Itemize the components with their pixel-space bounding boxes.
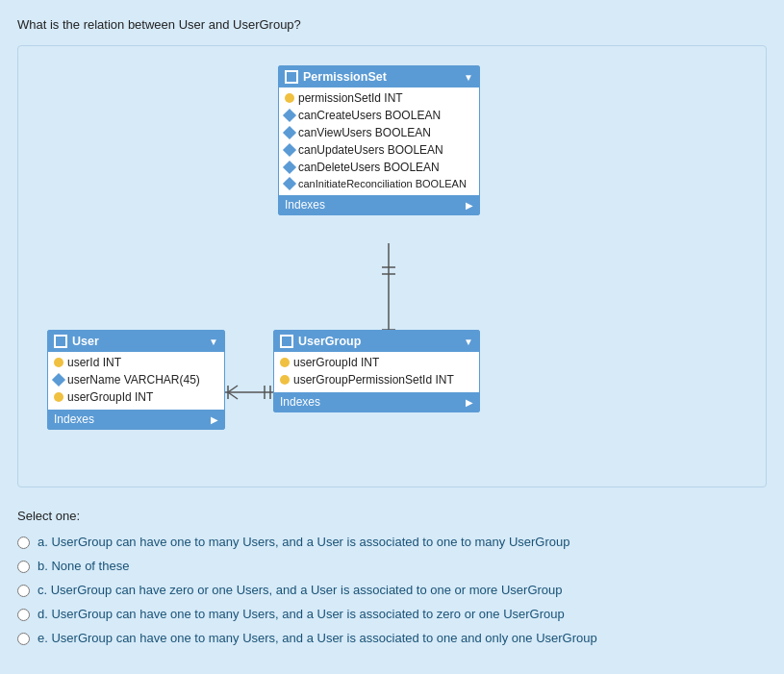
select-label: Select one:	[17, 509, 767, 523]
user-table: User ▼ userId INT userName VARCHAR(45) u…	[47, 330, 225, 430]
field-text: canDeleteUsers BOOLEAN	[298, 161, 440, 174]
key-icon	[285, 93, 294, 103]
table-row: userName VARCHAR(45)	[48, 371, 224, 388]
permission-set-title: PermissionSet	[303, 70, 387, 84]
permission-set-indexes: Indexes ▶	[279, 195, 479, 214]
indexes-label: Indexes	[54, 412, 94, 426]
option-c-label[interactable]: c. UserGroup can have zero or one Users,…	[38, 583, 563, 597]
field-text: canInitiateReconciliation BOOLEAN	[298, 178, 467, 189]
field-text: canCreateUsers BOOLEAN	[298, 109, 441, 122]
option-b-label[interactable]: b. None of these	[38, 559, 129, 573]
field-text: userGroupId INT	[293, 356, 379, 369]
table-icon	[54, 335, 67, 348]
chevron-down-icon: ▼	[464, 337, 473, 347]
table-row: canViewUsers BOOLEAN	[279, 124, 479, 141]
permission-set-body: permissionSetId INT canCreateUsers BOOLE…	[279, 87, 479, 193]
option-a-radio[interactable]	[17, 537, 30, 549]
field-text: userGroupPermissionSetId INT	[293, 373, 454, 387]
usergroup-indexes: Indexes ▶	[274, 392, 479, 412]
user-header: User ▼	[48, 331, 224, 352]
user-indexes: Indexes ▶	[48, 410, 224, 429]
option-e-radio[interactable]	[17, 633, 30, 645]
option-e-label[interactable]: e. UserGroup can have one to many Users,…	[38, 631, 597, 645]
permission-set-header: PermissionSet ▼	[279, 66, 479, 87]
list-item: d. UserGroup can have one to many Users,…	[17, 607, 767, 621]
svg-line-11	[228, 392, 238, 399]
list-item: b. None of these	[17, 559, 767, 573]
field-text: permissionSetId INT	[298, 91, 403, 105]
key-icon	[54, 392, 63, 402]
diagram-area: PermissionSet ▼ permissionSetId INT canC…	[17, 45, 767, 487]
table-row: userGroupId INT	[274, 354, 479, 371]
table-row: userGroupPermissionSetId INT	[274, 371, 479, 388]
option-a-label[interactable]: a. UserGroup can have one to many Users,…	[38, 535, 570, 549]
table-row: userId INT	[48, 354, 224, 371]
table-row: canInitiateReconciliation BOOLEAN	[279, 176, 479, 191]
table-icon	[285, 70, 298, 84]
usergroup-title: UserGroup	[298, 335, 361, 348]
options-list: a. UserGroup can have one to many Users,…	[17, 535, 767, 645]
diamond-icon	[52, 373, 65, 387]
permission-set-table: PermissionSet ▼ permissionSetId INT canC…	[278, 65, 480, 215]
indexes-arrow-icon: ▶	[466, 397, 473, 408]
list-item: a. UserGroup can have one to many Users,…	[17, 535, 767, 549]
diamond-icon	[283, 161, 296, 174]
list-item: e. UserGroup can have one to many Users,…	[17, 631, 767, 645]
chevron-down-icon: ▼	[464, 72, 473, 83]
indexes-label: Indexes	[285, 198, 325, 212]
usergroup-table: UserGroup ▼ userGroupId INT userGroupPer…	[273, 330, 480, 412]
table-icon	[280, 335, 293, 348]
svg-line-10	[228, 386, 238, 392]
field-text: userGroupId INT	[67, 390, 153, 404]
field-text: userName VARCHAR(45)	[67, 373, 200, 387]
diamond-icon	[283, 109, 296, 122]
indexes-arrow-icon: ▶	[466, 200, 473, 211]
key-icon	[280, 358, 290, 367]
field-text: userId INT	[67, 356, 121, 369]
diamond-icon	[283, 143, 296, 157]
user-title: User	[72, 335, 99, 348]
option-c-radio[interactable]	[17, 585, 30, 597]
field-text: canUpdateUsers BOOLEAN	[298, 143, 443, 157]
key-icon	[280, 375, 290, 385]
list-item: c. UserGroup can have zero or one Users,…	[17, 583, 767, 597]
usergroup-header: UserGroup ▼	[274, 331, 479, 352]
option-b-radio[interactable]	[17, 561, 30, 573]
chevron-down-icon: ▼	[209, 337, 218, 347]
field-text: canViewUsers BOOLEAN	[298, 126, 431, 139]
diamond-icon	[283, 177, 296, 190]
user-body: userId INT userName VARCHAR(45) userGrou…	[48, 352, 224, 408]
table-row: userGroupId INT	[48, 388, 224, 406]
option-d-radio[interactable]	[17, 609, 30, 621]
table-row: permissionSetId INT	[279, 89, 479, 107]
table-row: canUpdateUsers BOOLEAN	[279, 141, 479, 159]
option-d-label[interactable]: d. UserGroup can have one to many Users,…	[38, 607, 565, 621]
indexes-label: Indexes	[280, 395, 320, 409]
question-text: What is the relation between User and Us…	[17, 17, 767, 32]
table-row: canDeleteUsers BOOLEAN	[279, 159, 479, 176]
table-row: canCreateUsers BOOLEAN	[279, 107, 479, 124]
indexes-arrow-icon: ▶	[211, 414, 218, 425]
key-icon	[54, 358, 63, 367]
diamond-icon	[283, 126, 296, 139]
usergroup-body: userGroupId INT userGroupPermissionSetId…	[274, 352, 479, 390]
